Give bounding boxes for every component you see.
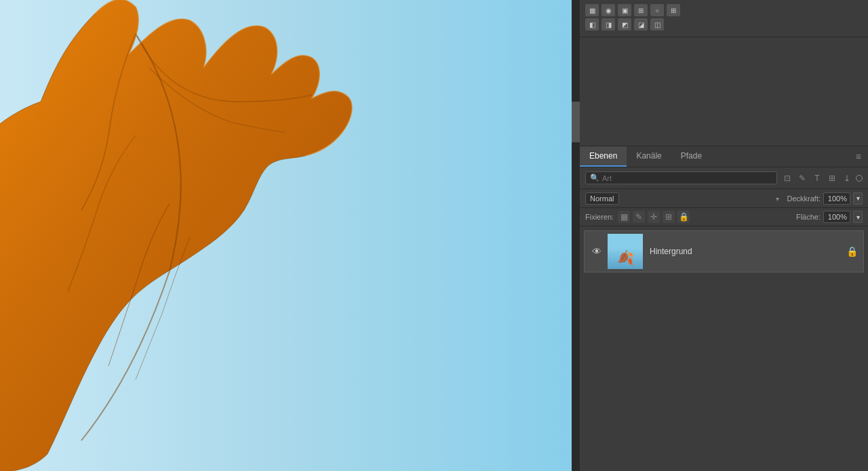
saturation-icon[interactable]: ◪	[634, 18, 648, 30]
tab-pfade[interactable]: Pfade	[671, 146, 711, 167]
canvas-image	[0, 0, 580, 471]
lock-fix-icon[interactable]: 🔒	[677, 211, 690, 223]
layer-thumb-bg: 🍂	[608, 234, 643, 269]
empty-workspace	[580, 37, 868, 146]
grid-icon[interactable]: ⊞	[667, 4, 680, 16]
fill-input[interactable]	[823, 211, 850, 223]
layers-icon[interactable]: ▣	[618, 4, 631, 16]
curves2-icon[interactable]: ◩	[618, 18, 631, 30]
fill-group: Fläche: ▾	[796, 211, 863, 223]
bw-icon[interactable]: ◫	[650, 18, 664, 30]
fill-label: Fläche:	[796, 213, 821, 221]
circle-filter-icon[interactable]	[856, 175, 863, 182]
fixieren-label: Fixieren:	[585, 213, 614, 221]
transform-fix-icon[interactable]: ⊞	[663, 211, 675, 223]
brush-fix-icon[interactable]: ✎	[633, 211, 645, 223]
opacity-label: Deckkraft:	[787, 194, 821, 203]
search-icons: ⊡ ✎ T ⊞ ⤓	[781, 172, 863, 184]
checkerboard-fix-icon[interactable]: ▦	[618, 211, 630, 223]
opacity-group: Deckkraft: ▾	[787, 192, 863, 205]
canvas-area	[0, 0, 580, 471]
opacity-arrow[interactable]: ▾	[853, 192, 863, 205]
save-filter-icon[interactable]: ⤓	[841, 172, 853, 184]
right-panel: ▦ ◉ ▣ ⊞ ○ ⊞ ◧ ◨ ◩ ◪ ◫ Ebenen Kanäle Pfad…	[580, 0, 868, 471]
search-input[interactable]	[602, 174, 772, 182]
layer-row-hintergrund[interactable]: 👁 🍂 Hintergrund 🔒	[584, 230, 864, 272]
move-fix-icon[interactable]: ✛	[648, 211, 660, 223]
canvas-scrollbar[interactable]	[572, 0, 580, 471]
tabs-header: Ebenen Kanäle Pfade ≡	[580, 146, 868, 167]
layer-visibility-toggle[interactable]: 👁	[590, 245, 604, 258]
adjustment-icon[interactable]: ⊞	[634, 4, 648, 16]
blend-mode-select[interactable]: Normal	[585, 192, 619, 205]
search-bar: 🔍 ⊡ ✎ T ⊞ ⤓	[580, 167, 868, 189]
bottom-area	[580, 277, 868, 471]
layer-name: Hintergrund	[650, 247, 846, 256]
blend-mode-row: Normal Deckkraft: ▾	[580, 189, 868, 208]
opacity-input[interactable]	[823, 192, 850, 205]
tabs-menu-icon[interactable]: ≡	[849, 146, 868, 167]
tab-ebenen[interactable]: Ebenen	[580, 146, 627, 167]
tab-kanaele[interactable]: Kanäle	[627, 146, 671, 167]
fill-arrow[interactable]: ▾	[853, 211, 863, 223]
canvas-scrollbar-thumb[interactable]	[572, 102, 580, 142]
blend-mode-select-wrap[interactable]: Normal	[585, 192, 783, 205]
transform-filter-icon[interactable]: ⊞	[826, 172, 838, 184]
layers-list: 👁 🍂 Hintergrund 🔒	[580, 226, 868, 277]
brush-filter-icon[interactable]: ✎	[796, 172, 808, 184]
brightness-icon[interactable]: ◨	[601, 18, 615, 30]
histogram-icon[interactable]: ▦	[585, 4, 599, 16]
search-icon: 🔍	[590, 173, 599, 182]
layer-thumb-leaf-icon: 🍂	[617, 249, 634, 266]
sphere-icon[interactable]: ○	[650, 4, 664, 16]
text-filter-icon[interactable]: T	[811, 172, 823, 184]
fixieren-icons: ▦ ✎ ✛ ⊞ 🔒	[618, 211, 690, 223]
pixel-filter-icon[interactable]: ⊡	[781, 172, 793, 184]
exposure-icon[interactable]: ◧	[585, 18, 599, 30]
top-toolbar: ▦ ◉ ▣ ⊞ ○ ⊞ ◧ ◨ ◩ ◪ ◫	[580, 0, 868, 37]
layer-thumbnail: 🍂	[608, 234, 643, 269]
curves-icon[interactable]: ◉	[601, 4, 615, 16]
fixieren-row: Fixieren: ▦ ✎ ✛ ⊞ 🔒 Fläche: ▾	[580, 208, 868, 226]
layer-lock-icon: 🔒	[846, 246, 858, 257]
toolbar-row-2: ◧ ◨ ◩ ◪ ◫	[585, 18, 863, 30]
tabs-container: Ebenen Kanäle Pfade ≡ 🔍 ⊡ ✎ T ⊞ ⤓	[580, 146, 868, 277]
toolbar-row-1: ▦ ◉ ▣ ⊞ ○ ⊞	[585, 4, 863, 16]
search-input-wrap[interactable]: 🔍	[585, 171, 777, 184]
